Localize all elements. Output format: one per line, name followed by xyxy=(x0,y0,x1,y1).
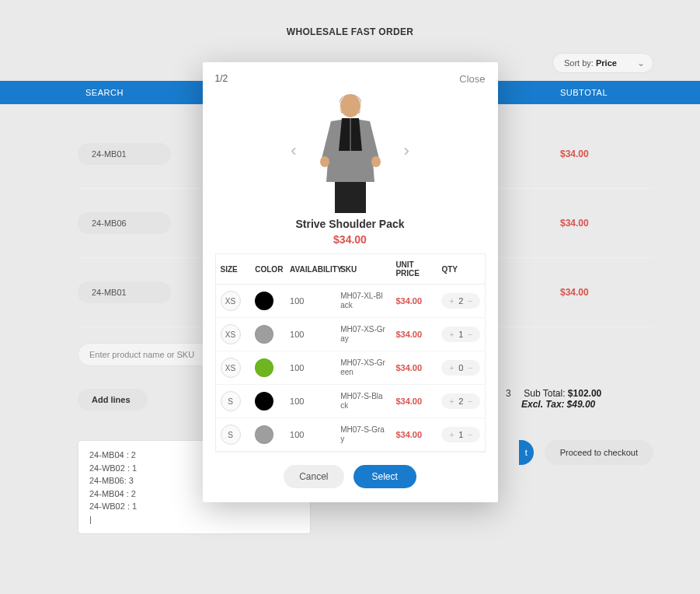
sku-cell: MH07-S-Gray xyxy=(336,418,391,452)
svg-rect-1 xyxy=(335,182,366,213)
variant-row: S100MH07-S-Black$34.00+2− xyxy=(216,385,485,418)
close-button[interactable]: Close xyxy=(459,73,485,85)
variant-row: S100MH07-S-Gray$34.00+1− xyxy=(216,418,485,452)
unit-price-cell: $34.00 xyxy=(395,296,422,306)
qty-plus-icon[interactable]: + xyxy=(450,330,454,339)
product-price: $34.00 xyxy=(215,233,486,246)
variant-row: XS100MH07-XS-Green$34.00+0− xyxy=(216,351,485,385)
availability-cell: 100 xyxy=(285,318,336,351)
color-swatch[interactable] xyxy=(255,392,273,411)
availability-cell: 100 xyxy=(285,385,336,418)
unit-price-cell: $34.00 xyxy=(395,330,422,339)
availability-cell: 100 xyxy=(285,351,336,385)
totals-block: 3 Sub Total: $102.00 Excl. Tax: $49.00 xyxy=(521,388,653,411)
modal-pager: 1/2 xyxy=(215,73,486,84)
product-title: Strive Shoulder Pack xyxy=(215,218,486,230)
next-arrow-icon[interactable]: › xyxy=(401,141,413,161)
qty-value: 2 xyxy=(458,296,463,306)
cancel-button[interactable]: Cancel xyxy=(284,465,343,488)
svg-point-3 xyxy=(371,156,381,167)
sku-cell: MH07-XL-Black xyxy=(336,285,391,318)
color-swatch[interactable] xyxy=(255,425,273,444)
size-swatch[interactable]: XS xyxy=(221,291,241,311)
qty-stepper[interactable]: +0− xyxy=(441,360,480,376)
col-sku: SKU xyxy=(336,254,391,285)
prev-arrow-icon[interactable]: ‹ xyxy=(287,141,299,161)
log-line: | xyxy=(89,513,299,526)
excl-value: $49.00 xyxy=(567,399,596,410)
header-search: SEARCH xyxy=(78,88,218,97)
qty-minus-icon[interactable]: − xyxy=(468,330,472,339)
unit-price-cell: $34.00 xyxy=(395,430,422,439)
sku-pill[interactable]: 24-MB01 xyxy=(78,281,171,303)
sort-dropdown[interactable]: Sort by: Price xyxy=(552,53,653,73)
qty-stepper[interactable]: +2− xyxy=(441,393,480,409)
col-qty: QTY xyxy=(437,254,484,285)
select-button[interactable]: Select xyxy=(353,465,416,488)
col-availability: AVAILABILITY xyxy=(285,254,336,285)
col-color: COLOR xyxy=(250,254,285,285)
qty-value: 1 xyxy=(458,430,463,439)
subtotal-value: $102.00 xyxy=(568,388,601,399)
color-swatch[interactable] xyxy=(255,292,273,310)
qty-value: 2 xyxy=(458,397,463,406)
size-swatch[interactable]: XS xyxy=(221,324,241,344)
color-swatch[interactable] xyxy=(255,358,273,377)
qty-stepper[interactable]: +1− xyxy=(441,327,480,342)
product-modal: 1/2 Close ‹ › Strive Shoul xyxy=(203,62,498,502)
qty-minus-icon[interactable]: − xyxy=(468,431,472,439)
qty-plus-icon[interactable]: + xyxy=(450,297,454,306)
variants-table: SIZE COLOR AVAILABILITY SKU UNIT PRICE Q… xyxy=(215,253,486,452)
row-subtotal: $34.00 xyxy=(560,287,653,298)
qty-value: 1 xyxy=(458,330,463,339)
row-subtotal: $34.00 xyxy=(560,218,653,229)
qty-minus-icon[interactable]: − xyxy=(468,397,472,406)
sort-label: Sort by: xyxy=(564,58,594,68)
qty-minus-icon[interactable]: − xyxy=(468,297,472,306)
sku-cell: MH07-XS-Gray xyxy=(336,318,391,351)
sort-value: Price xyxy=(596,58,617,68)
size-swatch[interactable]: S xyxy=(221,391,241,411)
qty-minus-icon[interactable]: − xyxy=(468,364,472,372)
sku-pill[interactable]: 24-MB01 xyxy=(78,143,171,165)
totals-trail-num: 3 xyxy=(506,388,511,399)
svg-point-2 xyxy=(320,156,329,167)
cart-trail: t xyxy=(519,440,534,465)
col-unit-price: UNIT PRICE xyxy=(391,254,437,285)
header-subtotal: SUBTOTAL xyxy=(560,88,653,97)
qty-plus-icon[interactable]: + xyxy=(450,431,454,439)
qty-plus-icon[interactable]: + xyxy=(450,364,454,372)
col-size: SIZE xyxy=(216,254,251,285)
sku-pill[interactable]: 24-MB06 xyxy=(78,212,171,234)
row-subtotal: $34.00 xyxy=(560,148,653,159)
size-swatch[interactable]: S xyxy=(221,425,241,445)
product-image xyxy=(308,89,393,213)
qty-stepper[interactable]: +1− xyxy=(441,427,480,442)
proceed-to-checkout-button[interactable]: Proceed to checkout xyxy=(545,440,653,465)
svg-point-0 xyxy=(340,94,360,117)
qty-stepper[interactable]: +2− xyxy=(441,293,480,309)
variant-row: XS100MH07-XS-Gray$34.00+1− xyxy=(216,318,485,351)
qty-value: 0 xyxy=(458,363,463,372)
sku-cell: MH07-XS-Green xyxy=(336,351,391,385)
unit-price-cell: $34.00 xyxy=(395,363,422,372)
sku-cell: MH07-S-Black xyxy=(336,385,391,418)
variant-row: XS100MH07-XL-Black$34.00+2− xyxy=(216,285,485,318)
page-title: WHOLESALE FAST ORDER xyxy=(0,0,700,53)
add-lines-button[interactable]: Add lines xyxy=(78,389,148,411)
unit-price-cell: $34.00 xyxy=(395,397,422,406)
size-swatch[interactable]: XS xyxy=(221,358,241,378)
color-swatch[interactable] xyxy=(255,325,273,344)
qty-plus-icon[interactable]: + xyxy=(450,397,454,406)
subtotal-label: Sub Total: xyxy=(524,388,565,399)
excl-label: Excl. Tax: xyxy=(521,399,565,410)
availability-cell: 100 xyxy=(285,285,336,318)
availability-cell: 100 xyxy=(285,418,336,452)
